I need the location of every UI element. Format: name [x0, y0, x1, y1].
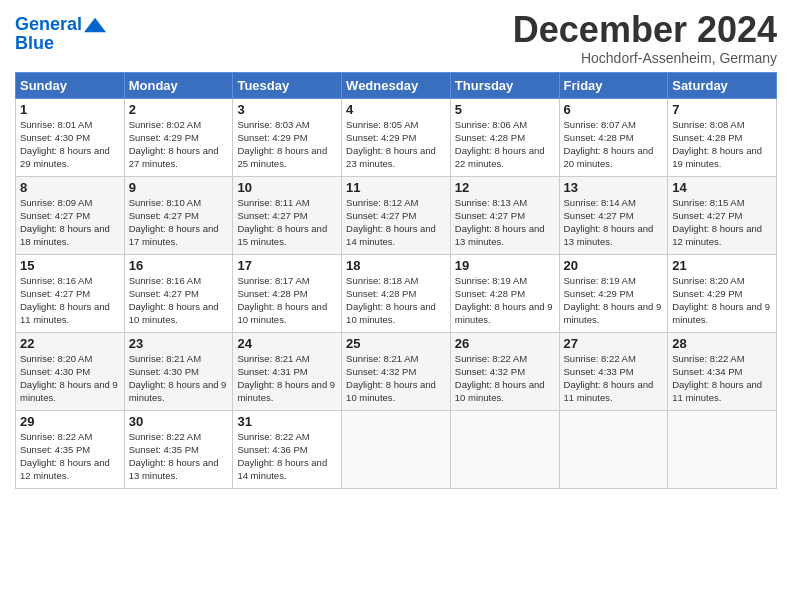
- day-number: 24: [237, 336, 337, 351]
- calendar-cell: 4 Sunrise: 8:05 AMSunset: 4:29 PMDayligh…: [342, 98, 451, 176]
- logo-blue: Blue: [15, 34, 106, 54]
- week-row-5: 29 Sunrise: 8:22 AMSunset: 4:35 PMDaylig…: [16, 410, 777, 488]
- day-info: Sunrise: 8:21 AMSunset: 4:30 PMDaylight:…: [129, 352, 229, 405]
- day-info: Sunrise: 8:19 AMSunset: 4:28 PMDaylight:…: [455, 274, 555, 327]
- calendar-cell: 3 Sunrise: 8:03 AMSunset: 4:29 PMDayligh…: [233, 98, 342, 176]
- day-info: Sunrise: 8:16 AMSunset: 4:27 PMDaylight:…: [20, 274, 120, 327]
- day-number: 9: [129, 180, 229, 195]
- day-info: Sunrise: 8:06 AMSunset: 4:28 PMDaylight:…: [455, 118, 555, 171]
- calendar-table: SundayMondayTuesdayWednesdayThursdayFrid…: [15, 72, 777, 489]
- calendar-cell: 19 Sunrise: 8:19 AMSunset: 4:28 PMDaylig…: [450, 254, 559, 332]
- day-info: Sunrise: 8:18 AMSunset: 4:28 PMDaylight:…: [346, 274, 446, 327]
- calendar-cell: 29 Sunrise: 8:22 AMSunset: 4:35 PMDaylig…: [16, 410, 125, 488]
- col-header-sunday: Sunday: [16, 72, 125, 98]
- day-info: Sunrise: 8:22 AMSunset: 4:32 PMDaylight:…: [455, 352, 555, 405]
- day-info: Sunrise: 8:22 AMSunset: 4:33 PMDaylight:…: [564, 352, 664, 405]
- col-header-wednesday: Wednesday: [342, 72, 451, 98]
- day-number: 2: [129, 102, 229, 117]
- calendar-header-row: SundayMondayTuesdayWednesdayThursdayFrid…: [16, 72, 777, 98]
- calendar-cell: 6 Sunrise: 8:07 AMSunset: 4:28 PMDayligh…: [559, 98, 668, 176]
- day-info: Sunrise: 8:19 AMSunset: 4:29 PMDaylight:…: [564, 274, 664, 327]
- day-info: Sunrise: 8:14 AMSunset: 4:27 PMDaylight:…: [564, 196, 664, 249]
- calendar-cell: 12 Sunrise: 8:13 AMSunset: 4:27 PMDaylig…: [450, 176, 559, 254]
- calendar-cell: 14 Sunrise: 8:15 AMSunset: 4:27 PMDaylig…: [668, 176, 777, 254]
- calendar-cell: 11 Sunrise: 8:12 AMSunset: 4:27 PMDaylig…: [342, 176, 451, 254]
- day-info: Sunrise: 8:11 AMSunset: 4:27 PMDaylight:…: [237, 196, 337, 249]
- day-info: Sunrise: 8:21 AMSunset: 4:31 PMDaylight:…: [237, 352, 337, 405]
- calendar-cell: [668, 410, 777, 488]
- title-block: December 2024 Hochdorf-Assenheim, German…: [513, 10, 777, 66]
- calendar-cell: 27 Sunrise: 8:22 AMSunset: 4:33 PMDaylig…: [559, 332, 668, 410]
- day-info: Sunrise: 8:20 AMSunset: 4:29 PMDaylight:…: [672, 274, 772, 327]
- calendar-cell: 8 Sunrise: 8:09 AMSunset: 4:27 PMDayligh…: [16, 176, 125, 254]
- col-header-saturday: Saturday: [668, 72, 777, 98]
- day-info: Sunrise: 8:05 AMSunset: 4:29 PMDaylight:…: [346, 118, 446, 171]
- day-number: 6: [564, 102, 664, 117]
- day-number: 20: [564, 258, 664, 273]
- day-number: 1: [20, 102, 120, 117]
- day-number: 27: [564, 336, 664, 351]
- day-info: Sunrise: 8:12 AMSunset: 4:27 PMDaylight:…: [346, 196, 446, 249]
- day-number: 18: [346, 258, 446, 273]
- logo: General Blue: [15, 14, 106, 54]
- col-header-thursday: Thursday: [450, 72, 559, 98]
- day-info: Sunrise: 8:17 AMSunset: 4:28 PMDaylight:…: [237, 274, 337, 327]
- logo-icon: [84, 14, 106, 36]
- calendar-cell: 23 Sunrise: 8:21 AMSunset: 4:30 PMDaylig…: [124, 332, 233, 410]
- day-number: 16: [129, 258, 229, 273]
- week-row-4: 22 Sunrise: 8:20 AMSunset: 4:30 PMDaylig…: [16, 332, 777, 410]
- day-number: 5: [455, 102, 555, 117]
- day-info: Sunrise: 8:22 AMSunset: 4:34 PMDaylight:…: [672, 352, 772, 405]
- calendar-cell: 21 Sunrise: 8:20 AMSunset: 4:29 PMDaylig…: [668, 254, 777, 332]
- svg-marker-0: [84, 18, 106, 33]
- day-number: 8: [20, 180, 120, 195]
- calendar-cell: 26 Sunrise: 8:22 AMSunset: 4:32 PMDaylig…: [450, 332, 559, 410]
- day-number: 10: [237, 180, 337, 195]
- calendar-cell: 28 Sunrise: 8:22 AMSunset: 4:34 PMDaylig…: [668, 332, 777, 410]
- calendar-cell: 20 Sunrise: 8:19 AMSunset: 4:29 PMDaylig…: [559, 254, 668, 332]
- calendar-cell: 25 Sunrise: 8:21 AMSunset: 4:32 PMDaylig…: [342, 332, 451, 410]
- calendar-cell: 15 Sunrise: 8:16 AMSunset: 4:27 PMDaylig…: [16, 254, 125, 332]
- calendar-cell: 5 Sunrise: 8:06 AMSunset: 4:28 PMDayligh…: [450, 98, 559, 176]
- day-info: Sunrise: 8:02 AMSunset: 4:29 PMDaylight:…: [129, 118, 229, 171]
- calendar-cell: [342, 410, 451, 488]
- calendar-cell: 7 Sunrise: 8:08 AMSunset: 4:28 PMDayligh…: [668, 98, 777, 176]
- location-subtitle: Hochdorf-Assenheim, Germany: [513, 50, 777, 66]
- month-title: December 2024: [513, 10, 777, 50]
- calendar-cell: 10 Sunrise: 8:11 AMSunset: 4:27 PMDaylig…: [233, 176, 342, 254]
- calendar-cell: 1 Sunrise: 8:01 AMSunset: 4:30 PMDayligh…: [16, 98, 125, 176]
- calendar-cell: 2 Sunrise: 8:02 AMSunset: 4:29 PMDayligh…: [124, 98, 233, 176]
- calendar-cell: 22 Sunrise: 8:20 AMSunset: 4:30 PMDaylig…: [16, 332, 125, 410]
- day-number: 17: [237, 258, 337, 273]
- day-number: 28: [672, 336, 772, 351]
- day-number: 19: [455, 258, 555, 273]
- day-number: 21: [672, 258, 772, 273]
- day-info: Sunrise: 8:13 AMSunset: 4:27 PMDaylight:…: [455, 196, 555, 249]
- calendar-cell: 16 Sunrise: 8:16 AMSunset: 4:27 PMDaylig…: [124, 254, 233, 332]
- week-row-2: 8 Sunrise: 8:09 AMSunset: 4:27 PMDayligh…: [16, 176, 777, 254]
- col-header-friday: Friday: [559, 72, 668, 98]
- day-info: Sunrise: 8:20 AMSunset: 4:30 PMDaylight:…: [20, 352, 120, 405]
- day-number: 4: [346, 102, 446, 117]
- header: General Blue December 2024 Hochdorf-Asse…: [15, 10, 777, 66]
- day-number: 12: [455, 180, 555, 195]
- calendar-cell: 13 Sunrise: 8:14 AMSunset: 4:27 PMDaylig…: [559, 176, 668, 254]
- day-info: Sunrise: 8:22 AMSunset: 4:36 PMDaylight:…: [237, 430, 337, 483]
- logo-text: General: [15, 15, 82, 35]
- week-row-1: 1 Sunrise: 8:01 AMSunset: 4:30 PMDayligh…: [16, 98, 777, 176]
- col-header-monday: Monday: [124, 72, 233, 98]
- day-info: Sunrise: 8:09 AMSunset: 4:27 PMDaylight:…: [20, 196, 120, 249]
- day-number: 15: [20, 258, 120, 273]
- day-number: 14: [672, 180, 772, 195]
- day-number: 29: [20, 414, 120, 429]
- day-info: Sunrise: 8:08 AMSunset: 4:28 PMDaylight:…: [672, 118, 772, 171]
- day-number: 7: [672, 102, 772, 117]
- day-number: 23: [129, 336, 229, 351]
- day-info: Sunrise: 8:22 AMSunset: 4:35 PMDaylight:…: [20, 430, 120, 483]
- page-container: General Blue December 2024 Hochdorf-Asse…: [0, 0, 792, 499]
- calendar-cell: 31 Sunrise: 8:22 AMSunset: 4:36 PMDaylig…: [233, 410, 342, 488]
- day-number: 26: [455, 336, 555, 351]
- day-info: Sunrise: 8:03 AMSunset: 4:29 PMDaylight:…: [237, 118, 337, 171]
- calendar-cell: [450, 410, 559, 488]
- day-number: 30: [129, 414, 229, 429]
